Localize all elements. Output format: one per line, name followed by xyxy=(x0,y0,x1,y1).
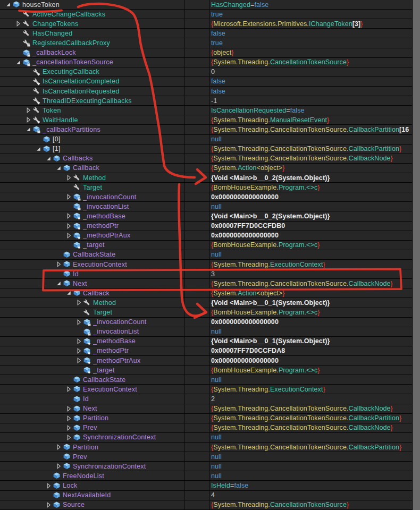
tree-row[interactable]: _cancellationTokenSource{System.Threadin… xyxy=(0,58,420,67)
member-value[interactable]: 2 xyxy=(211,394,412,403)
expand-expander-icon[interactable] xyxy=(65,212,72,220)
tree-row[interactable]: ActiveChangeCallbackstrue xyxy=(0,10,420,19)
expand-expander-icon[interactable] xyxy=(75,347,82,355)
expand-expander-icon[interactable] xyxy=(75,337,82,345)
tree-row[interactable]: ExecutionContext{System.Threading.Execut… xyxy=(0,260,420,269)
member-value[interactable]: {System.Threading.CancellationTokenSourc… xyxy=(211,443,412,452)
member-value[interactable]: 3 xyxy=(211,269,412,278)
collapse-expander-icon[interactable] xyxy=(55,164,62,172)
member-value[interactable]: 4 xyxy=(211,491,412,500)
member-value[interactable]: -1 xyxy=(211,96,412,105)
tree-row[interactable]: FreeNodeListnull xyxy=(0,471,420,481)
member-value[interactable]: {BombHouseExample.Program.<>c} xyxy=(211,241,412,250)
tree-row[interactable]: Target{BombHouseExample.Program.<>c} xyxy=(0,183,420,192)
tree-row[interactable]: HasChangedfalse xyxy=(0,29,420,38)
member-value[interactable]: HasChanged = false xyxy=(211,0,412,9)
tree-row[interactable]: Id3 xyxy=(0,269,420,279)
tree-row[interactable]: _invocationListnull xyxy=(0,327,420,337)
name-value-column-divider[interactable] xyxy=(184,0,184,510)
member-value[interactable]: {Void <Main>b__0_2(System.Object)} xyxy=(211,173,412,182)
member-value[interactable]: 0x0000000000000000 xyxy=(211,231,412,240)
tree-row[interactable]: Source{System.Threading.CancellationToke… xyxy=(0,500,420,510)
tree-row[interactable]: LockIsHeld = false xyxy=(0,481,420,490)
tree-row[interactable]: _methodPtr0x00007FF7D0CCFDA8 xyxy=(0,346,420,356)
expand-expander-icon[interactable] xyxy=(55,462,62,470)
member-value[interactable]: 0 xyxy=(211,67,412,76)
member-value[interactable]: null xyxy=(211,327,412,336)
tree-row[interactable]: Next{System.Threading.CancellationTokenS… xyxy=(0,404,420,414)
tree-row[interactable]: _target{BombHouseExample.Program.<>c} xyxy=(0,241,420,250)
member-value[interactable]: 0x0000000000000000 xyxy=(211,356,412,365)
scrollbar-thumb[interactable] xyxy=(413,0,420,510)
tree-row[interactable]: RegisteredCallbackProxytrue xyxy=(0,38,420,48)
tree-row[interactable]: _methodPtrAux0x0000000000000000 xyxy=(0,356,420,366)
member-value[interactable]: 0x0000000000000000 xyxy=(211,318,412,327)
tree-row[interactable]: _invocationCount0x0000000000000000 xyxy=(0,192,420,202)
member-value[interactable]: {System.Threading.CancellationTokenSourc… xyxy=(211,404,412,413)
member-value[interactable]: null xyxy=(211,471,412,480)
tree-row[interactable]: _invocationListnull xyxy=(0,202,420,211)
tree-row[interactable]: _methodPtrAux0x0000000000000000 xyxy=(0,231,420,241)
tree-row[interactable]: SynchronizationContextnull xyxy=(0,462,420,471)
member-value[interactable]: false xyxy=(211,29,412,38)
tree-row[interactable]: Next{System.Threading.CancellationTokenS… xyxy=(0,279,420,288)
expand-expander-icon[interactable] xyxy=(24,116,32,124)
tree-row[interactable]: Prevnull xyxy=(0,452,420,462)
member-value[interactable]: 0x00007FF7D0CCFDB0 xyxy=(211,222,412,231)
tree-row[interactable]: Target{BombHouseExample.Program.<>c} xyxy=(0,308,420,318)
expand-expander-icon[interactable] xyxy=(65,414,72,422)
tree-row[interactable]: ChangeTokens{Microsoft.Extensions.Primit… xyxy=(0,19,420,29)
tree-row[interactable]: _methodBase{Void <Main>b__0_1(System.Obj… xyxy=(0,337,420,346)
member-value[interactable]: {System.Threading.CancellationTokenSourc… xyxy=(211,500,412,509)
tree-row[interactable]: WaitHandle{System.Threading.ManualResetE… xyxy=(0,115,420,125)
member-value[interactable]: null xyxy=(211,250,412,259)
member-value[interactable]: {Microsoft.Extensions.Primitives.IChange… xyxy=(211,19,412,28)
tree-row[interactable]: [0]null xyxy=(0,135,420,144)
member-value[interactable]: false xyxy=(211,87,412,96)
collapse-expander-icon[interactable] xyxy=(24,125,32,133)
expand-expander-icon[interactable] xyxy=(55,260,62,268)
expand-expander-icon[interactable] xyxy=(65,424,72,432)
member-value[interactable]: {System.Threading.CancellationTokenSourc… xyxy=(211,144,412,154)
expand-expander-icon[interactable] xyxy=(75,318,82,326)
expand-expander-icon[interactable] xyxy=(55,443,62,451)
middle-column-divider[interactable] xyxy=(209,0,209,510)
expand-expander-icon[interactable] xyxy=(75,356,82,364)
tree-row[interactable]: IsCancellationRequestedfalse xyxy=(0,87,420,96)
tree-row[interactable]: houseTokenHasChanged = false xyxy=(0,0,420,10)
member-value[interactable]: {BombHouseExample.Program.<>c} xyxy=(211,366,412,375)
member-value[interactable]: 0x0000000000000000 xyxy=(211,192,412,201)
expand-expander-icon[interactable] xyxy=(65,405,72,413)
tree-row[interactable]: CallbackStatenull xyxy=(0,250,420,260)
member-value[interactable]: IsHeld = false xyxy=(211,481,412,490)
member-value[interactable]: {Void <Main>b__0_2(System.Object)} xyxy=(211,211,412,220)
expand-expander-icon[interactable] xyxy=(65,222,72,230)
tree-row[interactable]: TokenIsCancellationRequested = false xyxy=(0,106,420,115)
collapse-expander-icon[interactable] xyxy=(65,289,72,297)
member-value[interactable]: false xyxy=(211,77,412,86)
member-value[interactable]: {System.Action<object>} xyxy=(211,164,412,173)
member-value[interactable]: {Void <Main>b__0_1(System.Object)} xyxy=(211,337,412,346)
member-value[interactable]: {System.Threading.CancellationTokenSourc… xyxy=(211,58,412,67)
tree-row[interactable]: Method{Void <Main>b__0_2(System.Object)} xyxy=(0,173,420,183)
tree-row[interactable]: _target{BombHouseExample.Program.<>c} xyxy=(0,366,420,375)
tree-row[interactable]: Prev{System.Threading.CancellationTokenS… xyxy=(0,423,420,433)
tree-row[interactable]: _invocationCount0x0000000000000000 xyxy=(0,318,420,327)
tree-row[interactable]: [1]{System.Threading.CancellationTokenSo… xyxy=(0,144,420,154)
expand-expander-icon[interactable] xyxy=(24,106,32,114)
tree-row[interactable]: _methodPtr0x00007FF7D0CCFDB0 xyxy=(0,222,420,231)
member-value[interactable]: {BombHouseExample.Program.<>c} xyxy=(211,308,412,317)
expand-expander-icon[interactable] xyxy=(45,501,52,509)
tree-row[interactable]: ThreadIDExecutingCallbacks-1 xyxy=(0,96,420,106)
tree-row[interactable]: Callbacks{System.Threading.CancellationT… xyxy=(0,154,420,164)
tree-row[interactable]: ExecutionContext{System.Threading.Execut… xyxy=(0,385,420,394)
tree-row[interactable]: CallbackStatenull xyxy=(0,375,420,385)
member-value[interactable]: {Void <Main>b__0_1(System.Object)} xyxy=(211,298,412,307)
expand-expander-icon[interactable] xyxy=(14,20,22,28)
tree-row[interactable]: _callbackLock{object} xyxy=(0,48,420,58)
member-value[interactable]: 0x00007FF7D0CCFDA8 xyxy=(211,346,412,355)
member-value[interactable]: {System.Threading.ExecutionContext} xyxy=(211,260,412,269)
member-value[interactable]: null xyxy=(211,433,412,442)
expand-expander-icon[interactable] xyxy=(65,232,72,240)
tree-row[interactable]: Callback{System.Action<object>} xyxy=(0,288,420,298)
